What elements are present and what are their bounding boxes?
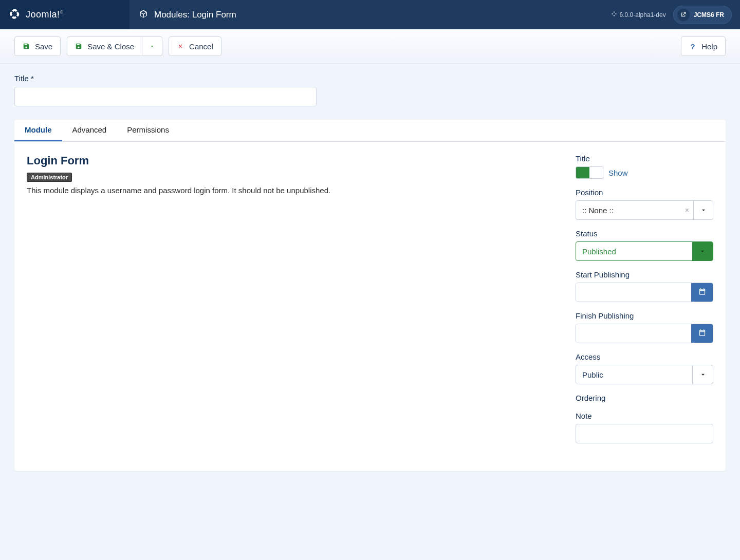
help-icon: ?: [689, 43, 696, 50]
module-description: This module displays a username and pass…: [27, 186, 555, 195]
clear-icon[interactable]: ×: [685, 206, 693, 214]
site-name: JCMS6 FR: [694, 11, 724, 18]
calendar-icon: [698, 329, 706, 338]
panel-left: Login Form Administrator This module dis…: [27, 154, 555, 453]
note-input[interactable]: [576, 424, 713, 443]
access-select[interactable]: Public: [576, 365, 713, 384]
access-value: Public: [576, 370, 692, 379]
tab-panel: Login Form Administrator This module dis…: [14, 142, 726, 471]
chevron-down-icon[interactable]: [692, 242, 713, 260]
save-close-group: Save & Close: [67, 36, 162, 56]
cancel-button[interactable]: Cancel: [169, 36, 221, 56]
title-input[interactable]: [14, 87, 317, 106]
external-link-icon: [677, 9, 690, 21]
tab-advanced[interactable]: Advanced: [62, 120, 117, 141]
title-toggle[interactable]: [576, 166, 603, 179]
top-right: 6.0.0-alpha1-dev JCMS6 FR: [611, 6, 740, 24]
panel-right: Title Show Position :: None :: ×: [576, 154, 713, 453]
save-button[interactable]: Save: [14, 36, 61, 56]
save-close-button[interactable]: Save & Close: [67, 36, 142, 56]
joomla-logo-icon: [9, 8, 21, 21]
brand-text: Joomla!®: [26, 9, 64, 20]
title-toggle-value: Show: [608, 169, 628, 177]
calendar-button[interactable]: [691, 283, 713, 302]
page-title-area: Modules: Login Form: [130, 9, 246, 20]
sidebar-title-label: Title: [576, 154, 713, 163]
save-icon: [75, 43, 82, 50]
chevron-down-icon[interactable]: [692, 365, 713, 384]
close-icon: [177, 43, 184, 50]
save-dropdown-button[interactable]: [142, 36, 162, 56]
start-publishing-input[interactable]: [576, 283, 691, 302]
access-label: Access: [576, 352, 713, 361]
finish-publishing-label: Finish Publishing: [576, 311, 713, 320]
content: Title * Module Advanced Permissions Logi…: [0, 64, 740, 481]
position-value: :: None ::: [576, 206, 685, 215]
site-link-pill[interactable]: JCMS6 FR: [673, 6, 732, 24]
tabs: Module Advanced Permissions: [14, 120, 726, 142]
module-heading: Login Form: [27, 154, 555, 167]
joomla-small-icon: [611, 11, 617, 18]
topbar: Joomla!® Modules: Login Form 6.0.0-alpha…: [0, 0, 740, 29]
cube-icon: [139, 9, 148, 20]
chevron-down-icon: [149, 42, 155, 51]
version-pill[interactable]: 6.0.0-alpha1-dev: [611, 11, 666, 18]
position-label: Position: [576, 188, 713, 197]
toolbar: Save Save & Close Cancel ? Help: [0, 29, 740, 64]
page-title: Modules: Login Form: [154, 10, 236, 20]
position-select[interactable]: :: None :: ×: [576, 200, 713, 220]
tab-module[interactable]: Module: [14, 120, 62, 141]
note-label: Note: [576, 412, 713, 420]
start-publishing-label: Start Publishing: [576, 270, 713, 279]
admin-badge: Administrator: [27, 173, 72, 182]
status-label: Status: [576, 229, 713, 238]
help-button[interactable]: ? Help: [681, 36, 726, 56]
tab-permissions[interactable]: Permissions: [117, 120, 179, 141]
finish-publishing-input[interactable]: [576, 324, 691, 343]
calendar-button[interactable]: [691, 324, 713, 343]
title-label: Title *: [14, 74, 726, 83]
status-select[interactable]: Published: [576, 241, 713, 261]
status-value: Published: [576, 247, 692, 256]
brand-area[interactable]: Joomla!®: [0, 0, 130, 29]
calendar-icon: [698, 288, 706, 297]
save-icon: [23, 43, 30, 50]
ordering-label: Ordering: [576, 394, 713, 402]
chevron-down-icon[interactable]: [693, 201, 713, 219]
